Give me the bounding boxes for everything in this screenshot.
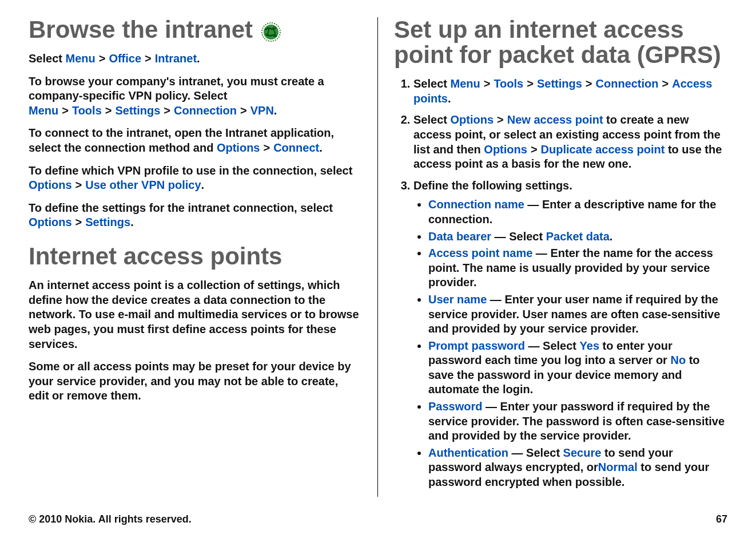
vpn-policy-paragraph: To browse your company's intranet, you m… [29, 74, 361, 118]
separator: > [96, 52, 109, 65]
intranet-label: Intranet [155, 52, 197, 65]
text: Select [29, 52, 65, 65]
heading-internet-access-points: Internet access points [29, 244, 361, 269]
setting-password: Password — Enter your password if requir… [428, 399, 727, 444]
separator: > [480, 77, 494, 90]
tools-label: Tools [494, 77, 523, 90]
heading-browse-intranet: Browse the intranet [29, 17, 361, 42]
heading-text: Browse the intranet [29, 17, 253, 42]
separator: > [659, 77, 673, 90]
right-column: Set up an internet access point for pack… [378, 17, 727, 497]
separator: > [260, 141, 273, 154]
text: To browse your company's intranet, you m… [29, 75, 324, 102]
secure-label: Secure [563, 446, 602, 459]
globe-icon [261, 22, 281, 42]
separator: > [102, 104, 116, 117]
text: To define which VPN profile to use in th… [29, 164, 352, 177]
separator: > [237, 104, 250, 117]
setting-connection-name: Connection name — Enter a descriptive na… [428, 197, 727, 227]
separator: > [523, 77, 537, 90]
options-label: Options [29, 179, 72, 191]
office-label: Office [109, 52, 141, 65]
intranet-select-path: Select Menu>Office>Intranet. [29, 52, 361, 66]
separator: > [72, 216, 86, 228]
vpn-label: VPN [250, 104, 274, 117]
gprs-steps: Select Menu>Tools>Settings>Connection>Ac… [394, 77, 727, 489]
setting-prompt-password: Prompt password — Select Yes to enter yo… [428, 339, 727, 397]
settings-label: Settings [537, 77, 582, 90]
left-column: Browse the intranet Select Menu>Office>I… [29, 17, 378, 497]
vpn-profile-paragraph: To define which VPN profile to use in th… [29, 164, 361, 193]
tools-label: Tools [72, 104, 102, 117]
page-footer: © 2010 Nokia. All rights reserved. 67 [29, 513, 727, 525]
two-column-layout: Browse the intranet Select Menu>Office>I… [29, 17, 727, 497]
label: Prompt password [428, 339, 525, 352]
heading-text: Internet access points [29, 244, 282, 269]
document-page: Browse the intranet Select Menu>Office>I… [0, 0, 756, 546]
options-label: Options [29, 216, 72, 228]
settings-label: Settings [115, 104, 160, 117]
options-label: Options [450, 113, 494, 126]
text: — Select [508, 446, 563, 459]
text: . [274, 104, 277, 117]
connect-paragraph: To connect to the intranet, open the Int… [29, 126, 361, 155]
new-access-point-label: New access point [507, 113, 603, 126]
text: . [130, 216, 134, 228]
yes-label: Yes [580, 339, 599, 352]
no-label: No [670, 354, 686, 366]
connection-label: Connection [596, 77, 659, 90]
options-label: Options [217, 141, 260, 154]
text: — Select [525, 339, 580, 352]
setting-authentication: Authentication — Select Secure to send y… [428, 446, 727, 490]
label: Connection name [428, 198, 524, 211]
heading-text: Set up an internet access point for pack… [394, 17, 727, 68]
text: Define the following settings. [413, 179, 572, 192]
separator: > [160, 104, 174, 117]
separator: > [58, 104, 72, 117]
text: — Select [491, 230, 546, 243]
label: Authentication [428, 446, 508, 459]
label: Password [428, 400, 482, 413]
heading-gprs-setup: Set up an internet access point for pack… [394, 17, 727, 68]
duplicate-access-point-label: Duplicate access point [541, 143, 665, 156]
copyright-text: © 2010 Nokia. All rights reserved. [29, 513, 192, 525]
connection-label: Connection [174, 104, 237, 117]
setting-access-point-name: Access point name — Enter the name for t… [428, 246, 727, 290]
text: . [610, 230, 613, 243]
connect-label: Connect [273, 141, 319, 154]
intranet-settings-paragraph: To define the settings for the intranet … [29, 201, 361, 230]
separator: > [72, 179, 86, 191]
menu-label: Menu [450, 77, 480, 90]
options-label: Options [484, 143, 527, 156]
use-other-vpn-label: Use other VPN policy [85, 179, 201, 191]
step-3: Define the following settings. Connectio… [413, 179, 727, 490]
separator: > [494, 113, 507, 126]
page-number: 67 [716, 513, 727, 525]
text: . [319, 141, 323, 154]
label: Access point name [428, 247, 532, 259]
step-1: Select Menu>Tools>Settings>Connection>Ac… [413, 77, 727, 106]
step-2: Select Options>New access point to creat… [413, 113, 727, 171]
menu-label: Menu [65, 52, 95, 65]
separator: > [141, 52, 155, 65]
text: . [197, 52, 200, 65]
text: Select [413, 77, 450, 90]
setting-user-name: User name — Enter your user name if requ… [428, 292, 727, 337]
svg-point-1 [264, 25, 278, 39]
settings-label: Settings [85, 216, 130, 228]
label: Data bearer [428, 230, 491, 243]
iap-description: An internet access point is a collection… [29, 278, 361, 351]
separator: > [527, 143, 541, 156]
text: To define the settings for the intranet … [29, 201, 333, 214]
separator: > [582, 77, 596, 90]
text: . [448, 92, 451, 105]
menu-label: Menu [29, 104, 58, 117]
packet-data-label: Packet data [546, 230, 610, 243]
text: Select [413, 113, 450, 126]
setting-data-bearer: Data bearer — Select Packet data. [428, 230, 727, 244]
settings-list: Connection name — Enter a descriptive na… [413, 197, 727, 489]
iap-preset-note: Some or all access points may be preset … [29, 359, 361, 403]
text: . [201, 179, 205, 191]
normal-label: Normal [598, 461, 638, 473]
label: User name [428, 293, 487, 306]
